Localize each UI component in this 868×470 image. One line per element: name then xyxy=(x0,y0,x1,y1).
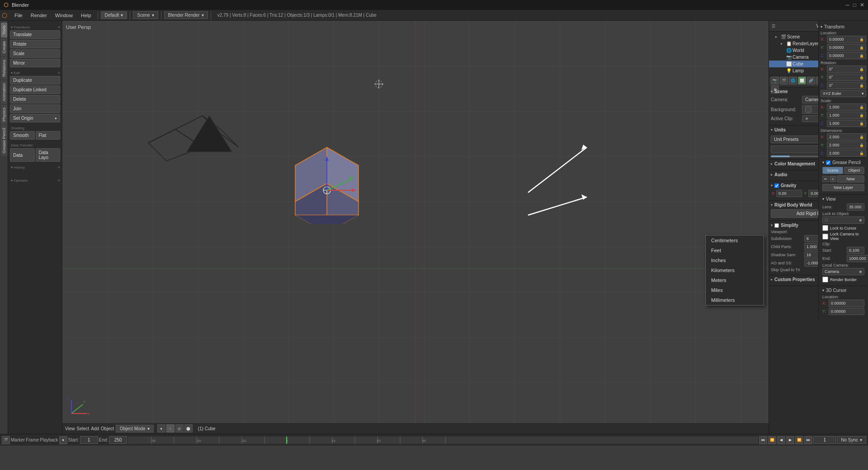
tab-relations[interactable]: Relations xyxy=(1,57,7,80)
timeline-mode-btn[interactable]: ● xyxy=(59,436,67,444)
tab-grease-pencil[interactable]: Grease Pencil xyxy=(1,125,7,156)
playback-menu[interactable]: Playback xyxy=(40,437,58,442)
bg-color-swatch[interactable] xyxy=(805,106,811,113)
delete-btn[interactable]: Delete xyxy=(10,95,60,103)
wire-mode-btn[interactable]: ○ xyxy=(166,424,175,432)
select-menu[interactable]: Select xyxy=(77,426,90,431)
flat-btn[interactable]: Flat xyxy=(36,131,61,140)
menu-render[interactable]: Render xyxy=(27,12,51,19)
simplify-checkbox[interactable] xyxy=(774,223,779,228)
rotate-btn[interactable]: Rotate xyxy=(10,40,60,48)
marker-menu[interactable]: Marker xyxy=(11,437,25,442)
current-frame-field[interactable]: 1 xyxy=(813,436,836,444)
lens-field[interactable]: 35.000 xyxy=(847,203,864,211)
gp-object-btn[interactable]: Object xyxy=(844,167,865,174)
units-item-miles[interactable]: Miles xyxy=(706,285,764,295)
camera-field[interactable]: Camera ⊕ xyxy=(822,268,864,275)
minimize-btn[interactable]: ─ xyxy=(845,2,849,8)
scene-props-icon[interactable]: 🎬 xyxy=(780,76,788,85)
close-btn[interactable]: ✕ xyxy=(860,2,864,8)
frame-menu[interactable]: Frame xyxy=(26,437,39,442)
maximize-btn[interactable]: □ xyxy=(853,2,856,8)
cursor-x-field[interactable]: 0.00000 xyxy=(829,300,864,307)
dim-z-field[interactable]: 2.000 🔒 xyxy=(827,150,866,157)
lock-camera-checkbox[interactable] xyxy=(822,234,828,240)
material-mode-btn[interactable]: ◎ xyxy=(175,424,184,432)
data-layo-btn[interactable]: Data Layo xyxy=(36,148,61,162)
gravity-x-field[interactable]: 0.00 xyxy=(776,190,802,197)
rot-z-field[interactable]: 0° 🔒 xyxy=(827,82,866,89)
gp-new-btn[interactable]: New xyxy=(837,175,864,183)
dim-x-field[interactable]: 2.000 🔒 xyxy=(827,133,866,141)
gp-scene-btn[interactable]: Scene xyxy=(822,167,843,174)
solid-mode-btn[interactable]: ● xyxy=(157,424,165,432)
jump-end-btn[interactable]: ⏭ xyxy=(804,436,812,444)
units-item-meters[interactable]: Meters xyxy=(706,275,764,285)
smooth-btn[interactable]: Smooth xyxy=(10,131,35,140)
mode-selector[interactable]: Object Mode ▾ xyxy=(116,425,154,432)
world-props-icon[interactable]: 🌐 xyxy=(789,76,797,85)
scene-selector[interactable]: Scene ▾ xyxy=(133,11,158,19)
translate-btn[interactable]: Translate xyxy=(10,30,60,39)
timeline-icon[interactable]: 🎬 xyxy=(2,436,10,444)
tab-create[interactable]: Create xyxy=(1,38,7,56)
play-reverse-btn[interactable]: ◀ xyxy=(777,436,785,444)
scale-z-field[interactable]: 1.000 🔒 xyxy=(827,120,866,127)
3d-viewport[interactable]: User Persp xyxy=(62,21,769,434)
gp-pencil-icon[interactable]: ✏ xyxy=(822,176,829,182)
gp-new-layer-btn[interactable]: New Layer xyxy=(822,184,864,191)
grease-pencil-checkbox[interactable] xyxy=(826,160,830,165)
gravity-checkbox[interactable] xyxy=(774,183,779,188)
timeline-ruler[interactable]: -30 -20 -10 0 10 20 30 xyxy=(128,437,758,444)
play-btn[interactable]: ▶ xyxy=(786,436,794,444)
gp-add-icon[interactable]: + xyxy=(830,176,836,182)
jump-start-btn[interactable]: ⏮ xyxy=(759,436,767,444)
mirror-btn[interactable]: Mirror xyxy=(10,59,60,67)
layout-selector[interactable]: Default ▾ xyxy=(101,11,127,19)
duplicate-linked-btn[interactable]: Duplicate Linked xyxy=(10,85,60,94)
render-border-checkbox[interactable] xyxy=(822,277,828,282)
sync-selector[interactable]: No Sync ▾ xyxy=(837,436,866,444)
scale-x-field[interactable]: 1.000 🔒 xyxy=(827,103,866,111)
loc-z-field[interactable]: 0.00000 🔒 xyxy=(827,52,866,59)
data-btn[interactable]: Data xyxy=(10,148,35,162)
tab-animation[interactable]: Animation xyxy=(1,80,7,104)
duplicate-btn[interactable]: Duplicate xyxy=(10,76,60,85)
scale-y-field[interactable]: 1.000 🔒 xyxy=(827,112,866,119)
object-menu[interactable]: Object xyxy=(101,426,114,431)
tab-physics[interactable]: Physics xyxy=(1,105,7,124)
add-menu[interactable]: Add xyxy=(91,426,99,431)
tab-tools[interactable]: Tools xyxy=(1,23,7,38)
dim-y-field[interactable]: 2.000 🔒 xyxy=(827,141,866,149)
rotation-mode-dropdown[interactable]: XYZ Euler ▾ xyxy=(821,90,866,97)
end-frame-field[interactable]: 250 xyxy=(109,436,127,444)
constraint-props-icon[interactable]: 🔗 xyxy=(807,76,815,85)
units-item-millimeters[interactable]: Millimeters xyxy=(706,295,764,305)
lock-object-field[interactable]: ⬡ ⊕ xyxy=(822,216,864,224)
menu-help[interactable]: Help xyxy=(77,12,95,19)
units-item-inches[interactable]: Inches xyxy=(706,255,764,265)
menu-file[interactable]: File xyxy=(11,12,26,19)
scale-btn[interactable]: Scale xyxy=(10,49,60,58)
clip-end-field[interactable]: 1000.000 xyxy=(847,255,868,262)
rendered-mode-btn[interactable]: ⬤ xyxy=(184,424,193,432)
units-item-feet[interactable]: Feet xyxy=(706,245,764,255)
object-props-icon[interactable]: ⬜ xyxy=(798,76,806,85)
render-props-icon[interactable]: 📷 xyxy=(771,76,779,85)
view-menu[interactable]: View xyxy=(65,426,75,431)
clip-start-field[interactable]: 0.100 xyxy=(847,247,864,254)
next-frame-btn[interactable]: ⏩ xyxy=(795,436,803,444)
start-frame-field[interactable]: 1 xyxy=(80,436,98,444)
rot-x-field[interactable]: 0° 🔒 xyxy=(827,66,866,73)
rot-y-field[interactable]: 0° 🔒 xyxy=(827,74,866,81)
units-item-kilometers[interactable]: Kilometers xyxy=(706,265,764,275)
prev-frame-btn[interactable]: ⏪ xyxy=(768,436,776,444)
lock-cursor-checkbox[interactable] xyxy=(822,225,828,231)
loc-y-field[interactable]: 0.00000 🔒 xyxy=(827,44,866,51)
engine-selector[interactable]: Blender Render ▾ xyxy=(164,11,208,19)
menu-window[interactable]: Window xyxy=(52,12,76,19)
loc-x-field[interactable]: 0.00000 🔒 xyxy=(827,36,866,43)
cursor-y-field[interactable]: 0.00000 xyxy=(829,308,864,315)
join-btn[interactable]: Join xyxy=(10,104,60,113)
units-item-centimeters[interactable]: Centimeters xyxy=(706,235,764,245)
